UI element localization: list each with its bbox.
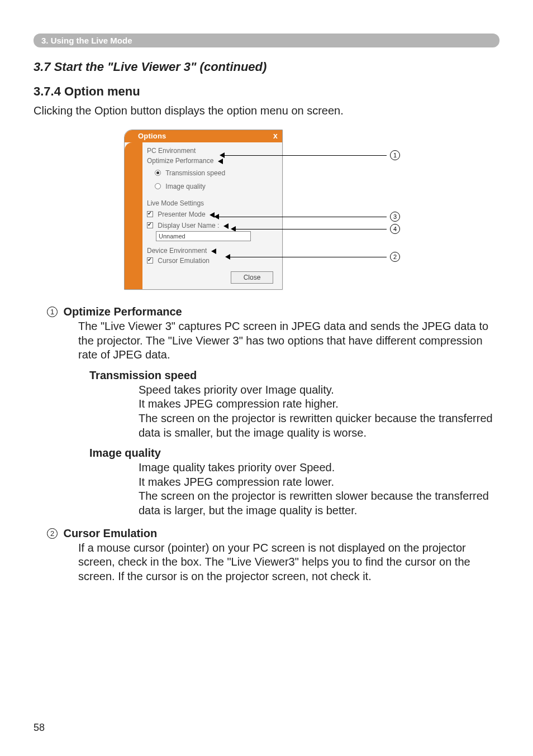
desc-block-2: 2 Cursor Emulation If a mouse cursor (po… [47, 527, 499, 584]
cursor-emulation-row[interactable]: Cursor Emulation [147, 257, 277, 265]
device-environment-label: Device Environment [147, 247, 277, 255]
arrow-left-icon [223, 223, 229, 229]
close-button[interactable]: Close [231, 271, 273, 284]
dialog-titlebar: Options x [125, 130, 282, 142]
options-dialog: Options x PC Environment Optimize Perfor… [124, 130, 283, 290]
display-user-name-label: Display User Name : [158, 222, 219, 229]
arrow-left-icon [210, 212, 215, 218]
radio-icon [155, 170, 161, 176]
username-input[interactable] [156, 231, 251, 241]
orange-strip [125, 142, 142, 289]
subsection-title: 3.7.4 Option menu [34, 84, 499, 99]
cursor-emulation-label: Cursor Emulation [158, 257, 210, 265]
intro-text: Clicking the Option button displays the … [34, 104, 499, 117]
radio-transmission-speed[interactable]: Transmission speed [147, 169, 277, 177]
subhead-transmission: Transmission speed [89, 369, 499, 382]
radio-image-quality[interactable]: Image quality [147, 183, 277, 190]
close-icon[interactable]: x [273, 131, 278, 140]
radio-image-quality-label: Image quality [165, 183, 205, 190]
display-user-name-row[interactable]: Display User Name : [147, 222, 277, 229]
device-environment-text: Device Environment [147, 247, 207, 255]
desc-body-cursor: If a mouse cursor (pointer) on your PC s… [78, 541, 499, 584]
chapter-bar: 3. Using the Live Mode [34, 34, 499, 47]
desc-title-optimize: Optimize Performance [63, 305, 182, 318]
checkbox-icon [147, 257, 153, 264]
arrow-left-icon [218, 159, 223, 164]
callout-number: 4 [390, 224, 400, 234]
section-title: 3.7 Start the "Live Viewer 3" (continued… [34, 60, 499, 74]
desc-body-optimize: The "Live Viewer 3" captures PC screen i… [78, 319, 499, 362]
desc-title-cursor: Cursor Emulation [63, 527, 157, 540]
optimize-performance-text: Optimize Performance [147, 157, 213, 165]
number-circle-icon: 2 [47, 528, 58, 539]
arrow-left-icon [211, 248, 216, 254]
subhead-image-quality: Image quality [89, 447, 499, 460]
subbody-image-quality: Image quality takes priority over Speed.… [139, 461, 499, 518]
callout-number: 2 [390, 252, 400, 262]
dialog-title: Options [138, 132, 166, 140]
optimize-performance-label: Optimize Performance [147, 157, 277, 165]
page-number: 58 [34, 722, 45, 734]
callout-number: 3 [390, 212, 400, 222]
pc-environment-label: PC Environment [147, 147, 277, 155]
presenter-mode-row[interactable]: Presenter Mode [147, 210, 277, 218]
live-mode-settings-label: Live Mode Settings [147, 199, 277, 207]
number-circle-icon: 1 [47, 307, 58, 317]
desc-block-1: 1 Optimize Performance The "Live Viewer … [47, 305, 499, 518]
radio-icon [155, 183, 161, 189]
presenter-mode-label: Presenter Mode [158, 210, 205, 218]
subbody-transmission: Speed takes priority over Image quality.… [139, 383, 499, 440]
checkbox-icon [147, 222, 153, 228]
radio-transmission-label: Transmission speed [165, 169, 225, 177]
callout-number: 1 [390, 150, 400, 160]
figure-area: Options x PC Environment Optimize Perfor… [34, 130, 499, 290]
checkbox-icon [147, 211, 153, 217]
